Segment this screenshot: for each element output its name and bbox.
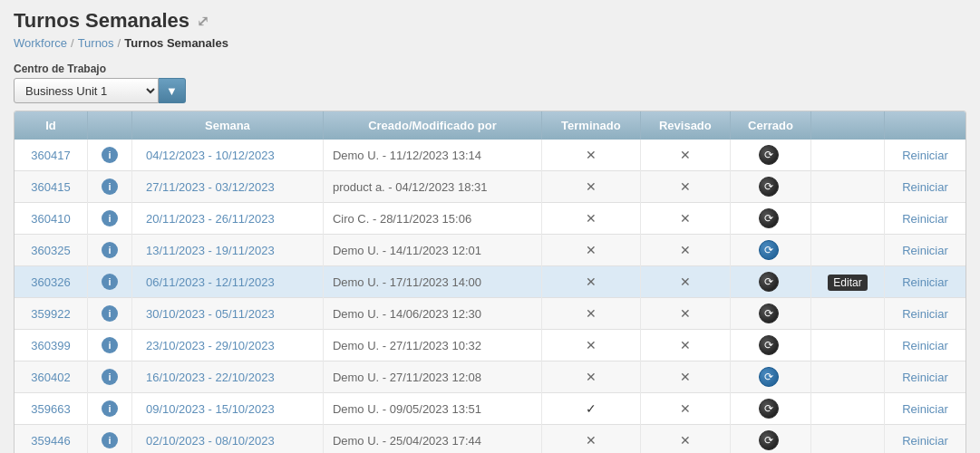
breadcrumb-turnos[interactable]: Turnos xyxy=(78,36,114,50)
x-icon: ✕ xyxy=(586,306,597,321)
cell-cerrado[interactable]: ⟳ xyxy=(730,361,810,393)
reiniciar-link[interactable]: Reiniciar xyxy=(902,212,948,226)
cerrado-button[interactable]: ⟳ xyxy=(759,177,779,197)
info-icon[interactable]: i xyxy=(102,337,118,353)
cell-info[interactable]: i xyxy=(87,171,131,203)
table-row: 360417i04/12/2023 - 10/12/2023Demo U. - … xyxy=(15,140,965,171)
cell-reiniciar[interactable]: Reiniciar xyxy=(885,140,965,171)
cell-cerrado[interactable]: ⟳ xyxy=(730,140,810,171)
info-icon[interactable]: i xyxy=(102,210,118,226)
cerrado-button[interactable]: ⟳ xyxy=(759,145,779,165)
cell-cerrado[interactable]: ⟳ xyxy=(730,298,810,330)
x-icon: ✕ xyxy=(680,243,691,257)
cell-semana: 13/11/2023 - 19/11/2023 xyxy=(131,235,323,266)
expand-icon[interactable]: ⤢ xyxy=(197,13,209,30)
info-icon[interactable]: i xyxy=(102,305,118,322)
cerrado-button[interactable]: ⟳ xyxy=(759,399,779,419)
cell-terminado: ✕ xyxy=(541,361,640,393)
cell-cerrado[interactable]: ⟳ xyxy=(730,393,810,425)
table-row: 360399i23/10/2023 - 29/10/2023Demo U. - … xyxy=(15,330,965,361)
info-icon[interactable]: i xyxy=(102,274,118,290)
reiniciar-link[interactable]: Reiniciar xyxy=(902,149,948,162)
cell-info[interactable]: i xyxy=(87,266,131,298)
info-icon[interactable]: i xyxy=(102,242,118,258)
reiniciar-link[interactable]: Reiniciar xyxy=(902,402,948,416)
cell-info[interactable]: i xyxy=(87,203,131,235)
cell-id: 359663 xyxy=(15,393,87,425)
x-icon: ✕ xyxy=(586,243,597,257)
cell-cerrado[interactable]: ⟳ xyxy=(730,330,810,361)
x-icon: ✕ xyxy=(680,306,691,321)
x-icon: ✕ xyxy=(586,211,597,226)
cell-cerrado[interactable]: ⟳ xyxy=(730,425,810,454)
cerrado-button[interactable]: ⟳ xyxy=(759,335,779,355)
cell-info[interactable]: i xyxy=(87,298,131,330)
cell-info[interactable]: i xyxy=(87,140,131,171)
cerrado-button[interactable]: ⟳ xyxy=(759,304,779,323)
cell-info[interactable]: i xyxy=(87,425,131,454)
reiniciar-link[interactable]: Reiniciar xyxy=(902,275,948,289)
table-container: Id Semana Creado/Modificado por Terminad… xyxy=(14,111,966,453)
reiniciar-link[interactable]: Reiniciar xyxy=(902,339,948,352)
cell-reiniciar[interactable]: Reiniciar xyxy=(885,393,965,425)
cell-reiniciar[interactable]: Reiniciar xyxy=(885,266,965,298)
cell-revisado: ✕ xyxy=(640,361,730,393)
info-icon[interactable]: i xyxy=(102,178,118,195)
info-icon[interactable]: i xyxy=(102,369,118,385)
x-icon: ✕ xyxy=(680,275,691,289)
reiniciar-link[interactable]: Reiniciar xyxy=(902,371,948,384)
cell-creado: Ciro C. - 28/11/2023 15:06 xyxy=(323,203,541,235)
cell-cerrado[interactable]: ⟳ xyxy=(730,171,810,203)
cerrado-button[interactable]: ⟳ xyxy=(759,430,779,450)
cell-info[interactable]: i xyxy=(87,361,131,393)
cerrado-button[interactable]: ⟳ xyxy=(759,240,779,260)
cell-creado: Demo U. - 11/12/2023 13:14 xyxy=(323,140,541,171)
col-cerrado: Cerrado xyxy=(730,111,810,140)
cell-cerrado[interactable]: ⟳ xyxy=(730,203,810,235)
cell-reiniciar[interactable]: Reiniciar xyxy=(885,235,965,266)
info-icon[interactable]: i xyxy=(102,400,118,417)
reiniciar-link[interactable]: Reiniciar xyxy=(902,307,948,321)
cell-reiniciar[interactable]: Reiniciar xyxy=(885,361,965,393)
table-row: 360325i13/11/2023 - 19/11/2023Demo U. - … xyxy=(15,235,965,266)
centro-trabajo-select[interactable]: Business Unit 1 xyxy=(14,78,159,103)
x-icon: ✕ xyxy=(586,275,597,289)
info-icon[interactable]: i xyxy=(102,147,118,163)
cell-terminado: ✕ xyxy=(541,266,640,298)
cell-reiniciar[interactable]: Reiniciar xyxy=(885,425,965,454)
cell-revisado: ✕ xyxy=(640,235,730,266)
cell-id: 360417 xyxy=(15,140,87,171)
reiniciar-link[interactable]: Reiniciar xyxy=(902,244,948,257)
cell-info[interactable]: i xyxy=(87,330,131,361)
cell-id: 360402 xyxy=(15,361,87,393)
cell-reiniciar[interactable]: Reiniciar xyxy=(885,298,965,330)
page-title-row: Turnos Semanales ⤢ xyxy=(14,9,966,33)
cell-revisado: ✕ xyxy=(640,298,730,330)
cell-id: 360415 xyxy=(15,171,87,203)
x-icon: ✕ xyxy=(586,179,597,194)
cell-cerrado[interactable]: ⟳ xyxy=(730,235,810,266)
reiniciar-link[interactable]: Reiniciar xyxy=(902,180,948,194)
cell-editar xyxy=(811,235,885,266)
cell-reiniciar[interactable]: Reiniciar xyxy=(885,203,965,235)
filter-dropdown-button[interactable]: ▼ xyxy=(159,78,186,103)
cell-cerrado[interactable]: ⟳ xyxy=(730,266,810,298)
cell-reiniciar[interactable]: Reiniciar xyxy=(885,330,965,361)
table-body: 360417i04/12/2023 - 10/12/2023Demo U. - … xyxy=(15,140,965,453)
cerrado-button[interactable]: ⟳ xyxy=(759,208,779,228)
info-icon[interactable]: i xyxy=(102,432,118,448)
cell-editar xyxy=(811,361,885,393)
cell-info[interactable]: i xyxy=(87,393,131,425)
cell-id: 359446 xyxy=(15,425,87,454)
breadcrumb-workforce[interactable]: Workforce xyxy=(14,36,67,50)
cell-reiniciar[interactable]: Reiniciar xyxy=(885,171,965,203)
reiniciar-link[interactable]: Reiniciar xyxy=(902,434,948,448)
cerrado-button[interactable]: ⟳ xyxy=(759,367,779,387)
cell-editar xyxy=(811,171,885,203)
cell-id: 360410 xyxy=(15,203,87,235)
cell-editar: Editar xyxy=(811,266,885,298)
cell-revisado: ✕ xyxy=(640,330,730,361)
cell-creado: Demo U. - 27/11/2023 12:08 xyxy=(323,361,541,393)
cell-info[interactable]: i xyxy=(87,235,131,266)
cerrado-button[interactable]: ⟳ xyxy=(759,272,779,292)
